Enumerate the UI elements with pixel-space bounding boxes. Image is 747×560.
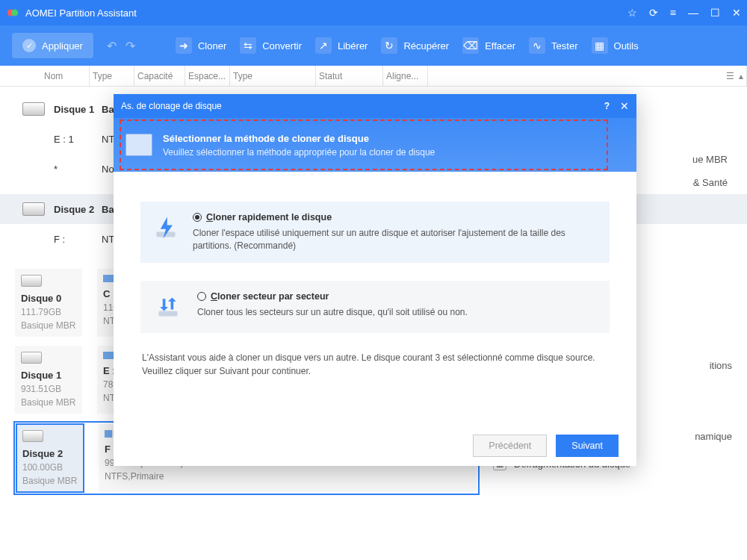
radio-quick[interactable]: [193, 213, 202, 222]
dialog-subheading: Veuillez sélectionner la méthode appropr…: [163, 147, 435, 158]
check-icon: ✓: [22, 39, 36, 52]
col-nom[interactable]: Nom: [41, 66, 90, 86]
tools-icon: ▦: [592, 37, 608, 54]
app-title: AOMEI Partition Assistant: [25, 7, 627, 19]
redo-icon[interactable]: ↷: [125, 39, 135, 53]
collapse-icon[interactable]: ▴: [739, 71, 743, 81]
undo-icon[interactable]: ↶: [107, 39, 117, 53]
apply-label: Appliquer: [42, 40, 83, 52]
col-type2[interactable]: Type: [230, 66, 316, 86]
convert-icon: ⇆: [240, 37, 256, 54]
option1-desc: Cloner l'espace utilisé uniquement sur u…: [193, 227, 598, 252]
tool-tester[interactable]: ∿Tester: [529, 37, 577, 54]
main-toolbar: ✓ Appliquer ↶ ↷ ➜Cloner ⇆Convertir ↗Libé…: [0, 25, 747, 66]
minimize-icon[interactable]: —: [688, 7, 698, 19]
dialog-note: L'Assistant vous aide à cloner un disque…: [140, 351, 610, 378]
hdd-icon: [21, 275, 42, 287]
tool-effacer[interactable]: ⌫Effacer: [462, 37, 515, 54]
refresh-icon[interactable]: ⟳: [649, 7, 658, 19]
col-stat[interactable]: Statut: [316, 66, 383, 86]
dialog-heading: Sélectionner la méthode de cloner de dis…: [163, 133, 435, 144]
help-icon[interactable]: ?: [604, 101, 610, 111]
erase-icon: ⌫: [462, 37, 479, 54]
title-bar: AOMEI Partition Assistant ☆ ⟳ ≡ — ☐ ✕: [0, 0, 747, 25]
dialog-body: CCloner rapidement le disqueloner rapide…: [114, 172, 636, 426]
sector-icon: [152, 291, 184, 323]
clone-icon: ➜: [176, 37, 192, 54]
hdd-icon: [22, 430, 43, 442]
dialog-title: As. de clonage de disque: [121, 101, 222, 111]
tool-liberer[interactable]: ↗Libérer: [315, 37, 368, 54]
option-sector-clone[interactable]: Cloner secteur par secteur Cloner tous l…: [140, 281, 610, 333]
dialog-footer: Précédent Suivant: [114, 426, 636, 466]
lightning-icon: [152, 212, 179, 243]
prev-button: Précédent: [473, 435, 547, 457]
hdd-icon: [21, 352, 42, 364]
radio-sector[interactable]: [197, 292, 206, 301]
col-esp[interactable]: Espace...: [185, 66, 230, 86]
card-disk0[interactable]: Disque 0 111.79GB Basique MBR: [15, 269, 82, 337]
tool-recuperer[interactable]: ↻Récupérer: [381, 37, 449, 54]
col-cap[interactable]: Capacité: [134, 66, 185, 86]
maximize-icon[interactable]: ☐: [710, 7, 720, 19]
app-logo-icon: [6, 6, 19, 19]
dialog-title-bar: As. de clonage de disque ? ✕: [114, 94, 636, 118]
card-disk2[interactable]: Disque 2 100.00GB Basique MBR: [16, 424, 84, 492]
option-quick-clone[interactable]: CCloner rapidement le disqueloner rapide…: [140, 202, 610, 263]
tool-cloner[interactable]: ➜Cloner: [176, 37, 226, 54]
tool-outils[interactable]: ▦Outils: [592, 37, 639, 54]
recover-icon: ↻: [381, 37, 397, 54]
partition-table-header: Nom Type Capacité Espace... Type Statut …: [0, 66, 747, 87]
dialog-header: Sélectionner la méthode de cloner de dis…: [114, 118, 636, 172]
hdd-icon: [22, 202, 45, 216]
menu-icon[interactable]: ≡: [670, 7, 676, 19]
test-icon: ∿: [529, 37, 545, 54]
svg-point-1: [11, 10, 18, 16]
hdd-icon: [22, 102, 45, 116]
col-align[interactable]: Aligne...: [383, 66, 428, 86]
close-icon[interactable]: ✕: [732, 7, 741, 19]
disk-clone-icon: [125, 134, 152, 156]
svg-rect-3: [158, 311, 177, 316]
free-icon: ↗: [315, 37, 332, 54]
card-disk1[interactable]: Disque 1 931.51GB Basique MBR: [15, 346, 82, 414]
tool-convertir[interactable]: ⇆Convertir: [240, 37, 302, 54]
star-icon[interactable]: ☆: [627, 7, 637, 19]
col-type[interactable]: Type: [90, 66, 134, 86]
next-button[interactable]: Suivant: [556, 435, 619, 457]
option2-desc: Cloner tous les secteurs sur un autre di…: [197, 306, 468, 319]
list-view-icon[interactable]: ☰: [726, 71, 734, 81]
apply-button[interactable]: ✓ Appliquer: [12, 33, 93, 58]
dialog-close-icon[interactable]: ✕: [620, 100, 629, 112]
clone-wizard-dialog: As. de clonage de disque ? ✕ Sélectionne…: [114, 94, 636, 466]
